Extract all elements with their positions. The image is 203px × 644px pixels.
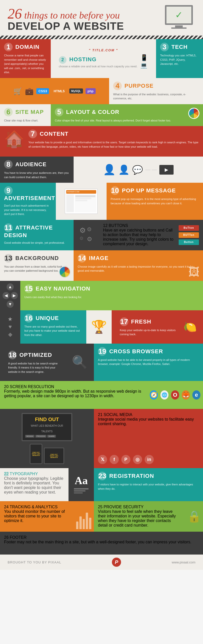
cross-num: 19	[98, 347, 107, 356]
sitemap-body: Clear site map & flow chart.	[4, 118, 47, 123]
unique-icons-left: ★ ♥ ◆	[0, 310, 20, 344]
fw-header: RUNWAY.COM	[66, 190, 96, 194]
nav-num: 15	[24, 284, 33, 293]
findout-tab-1: DESIGN	[25, 435, 35, 438]
person-icon-1: 👤	[103, 164, 116, 176]
section-footer: 26 FOOTER Footer may not be the main thi…	[0, 532, 203, 555]
social-icons: 𝕏 f P ◎ in	[94, 452, 203, 468]
content-title: CONTENT	[40, 131, 68, 137]
section-buttons: ⚙ ⚙ ⚙ ⚙ 12 BUTTONS Have an eye catching …	[74, 220, 203, 250]
ie-icon: e	[192, 390, 200, 400]
section-screen-res: 20 SCREEN RESOLUTION Formerly, web desig…	[0, 381, 203, 409]
star-icon: ★	[8, 316, 13, 323]
social-text-area: 21 SOCIAL MEDIA Integrate social media y…	[94, 409, 203, 452]
popup-title: POP UP MESSAGE	[122, 187, 176, 194]
security-title: PROVIDE SECURITY	[104, 505, 143, 509]
footer-num: 26	[4, 535, 9, 540]
magnify-area: 🔍	[70, 347, 90, 378]
opt-num: 18	[8, 351, 17, 359]
chrome-icon: 🌐	[160, 390, 168, 400]
row-9: 13 BACKGROUND You can choose from a clea…	[0, 250, 203, 281]
unique-title: UNIQUE	[36, 315, 59, 321]
nav-right-arrow: ▶	[11, 292, 18, 299]
tracking-body: You should monitor the number of visitor…	[4, 509, 70, 523]
gear-icon-3: ⚙	[79, 236, 86, 243]
purpose-num: 4	[113, 82, 122, 90]
section-easy-nav: 15 EASY NAVIGATION Users can easily find…	[20, 281, 203, 310]
section-findout: FIND OUTWHAT LIES BENEATH OUR TALENTS DE…	[0, 409, 94, 468]
row-5: 🏠 7 CONTENT Your website has to provide …	[0, 126, 203, 157]
lock-icon: 🔒	[187, 510, 201, 523]
gear-grid: ⚙ ⚙ ⚙ ⚙	[79, 226, 93, 243]
diamond-icon: ◆	[8, 331, 12, 338]
tech-body: Technology you use: HTML5, CSS3, PHP, JQ…	[160, 53, 199, 66]
nav-arrow-area: ▲ ◀ ▶ ▼	[0, 281, 20, 310]
image-body: Choose image carefully as it will create…	[78, 265, 199, 273]
row-17: 26 FOOTER Footer may not be the main thi…	[0, 532, 203, 555]
gear-icon-2: ⚙	[87, 226, 93, 235]
fake-website: RUNWAY.COM	[65, 189, 98, 214]
fw-main	[75, 194, 96, 212]
section-layout: 5 LAYOUT & COLOR Color shape the feel of…	[51, 104, 203, 126]
domain-body: Choose a name that people can remember w…	[4, 53, 47, 74]
typo-body: Choose your typography. Legible font is …	[4, 476, 64, 495]
website-url: www.pixaal.com	[172, 560, 195, 564]
bar-1	[76, 522, 78, 529]
domain-header: 1 DOMAIN	[4, 43, 47, 51]
reg-title: REGISTRATION	[109, 473, 154, 479]
popup-num: 10	[111, 186, 119, 195]
safari-icon: 🧭	[150, 390, 158, 400]
section-purpose-top: 4 PURPOSE What is the purpose of the web…	[109, 78, 203, 104]
hosting-desc: 🛒 💼 CSS3 HTML5 MySQL php	[0, 78, 109, 104]
facebook-icon: f	[110, 455, 119, 464]
reg-body: If visitors have to register to interact…	[98, 482, 199, 491]
brand-area: P	[112, 558, 121, 567]
twitter-icon: 𝕏	[98, 455, 107, 464]
hosting-center: " TITLE.COM " 2 HOSTING choose a reliabl…	[51, 39, 156, 78]
section-registration: 23 REGISTRATION If visitors have to regi…	[94, 468, 203, 501]
social-title: SOCIAL MEDIA	[104, 412, 132, 417]
row-1: 1 DOMAIN Choose a name that people can r…	[0, 39, 203, 78]
findout-devices: FIND OUTWHAT LIESBENEATH FIND OUTWHAT LI…	[30, 444, 64, 464]
screen-res-text: 20 SCREEN RESOLUTION Formerly, web desig…	[0, 381, 147, 409]
section-attractive: 11 ATTRACTIVE DESIGN Good website should…	[0, 220, 74, 250]
content-num: 7	[28, 130, 37, 138]
advert-title: ADVERTISEMENT	[4, 195, 55, 201]
tracking-num: 24	[4, 505, 9, 509]
nav-body: Users can easily find what they are look…	[24, 295, 199, 299]
security-body: Visitors have to feel safe when they lea…	[98, 509, 181, 528]
browser-icons: 🧭 🌐 O 🦊 e	[147, 381, 203, 409]
hosting-body: choose a reliable one and look at how mu…	[59, 65, 137, 68]
unique-num: 16	[24, 314, 33, 323]
gear-icon-4: ⚙	[87, 236, 93, 243]
row-8: 11 ATTRACTIVE DESIGN Good website should…	[0, 220, 203, 250]
section-sitemap-area: 6 SITE MAP Clear site map & flow chart.	[0, 104, 51, 126]
trophy-icon: 🏆	[91, 319, 107, 334]
lemon-area: 🍋	[181, 314, 199, 340]
nav-left-arrow: ◀	[3, 292, 10, 299]
findout-tablet: FIND OUTWHAT LIESBENEATH	[44, 448, 64, 464]
section-content: 🏠 7 CONTENT Your website has to provide …	[0, 126, 203, 157]
gear-icon-1: ⚙	[79, 226, 86, 235]
typo-title: TYPOGRAPHY	[10, 472, 38, 476]
findout-tab-2: PROCESS	[35, 435, 46, 438]
background-num: 13	[4, 254, 13, 263]
css-badge: CSS3	[36, 88, 49, 94]
main-title: DEVELOP A WEBSITE	[8, 21, 162, 32]
nav-up-arrow: ▲	[7, 283, 14, 290]
section-fresh: 17 FRESH Keep your website up-to-date to…	[112, 310, 203, 344]
findout-phone: FIND OUTWHAT LIESBENEATH	[30, 444, 42, 464]
typo-text: 22 TYPOGRAPHY Choose your typography. Le…	[0, 468, 69, 501]
row-11: ★ ♥ ◆ 16 UNIQUE There are so many good w…	[0, 310, 203, 344]
color-wheel	[188, 108, 199, 119]
buttons-body: Have an eye catching buttons and Call to…	[103, 228, 175, 246]
domain-num: 1	[4, 43, 13, 51]
nav-lr-arrows: ◀ ▶	[3, 292, 18, 299]
lock-area: 🔒	[185, 501, 203, 532]
section-social: 21 SOCIAL MEDIA Integrate social media y…	[94, 409, 203, 468]
content-body: Your website has to provide a good and i…	[28, 140, 199, 149]
section-unique: 16 UNIQUE There are so many good website…	[20, 310, 86, 344]
audience-icons-area: 👤 👤 💬 — — ▶	[74, 157, 203, 183]
fresh-num: 17	[120, 317, 128, 326]
bar-5	[89, 518, 91, 529]
